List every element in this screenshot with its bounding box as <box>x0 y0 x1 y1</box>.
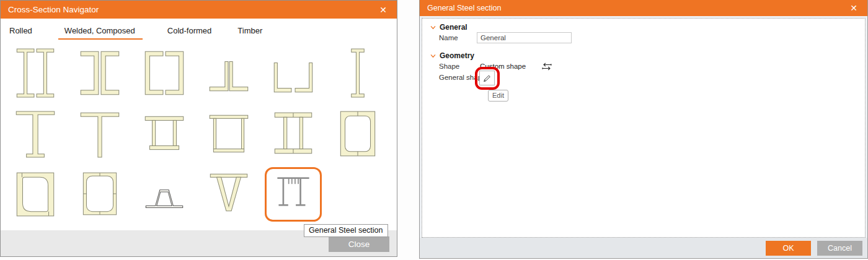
section-box-two-channels[interactable] <box>329 107 386 162</box>
section-i-unequal-flanges[interactable] <box>7 107 64 162</box>
chevron-down-icon <box>430 54 436 58</box>
group-general-label: General <box>440 23 467 32</box>
name-input[interactable] <box>477 32 572 43</box>
cancel-button[interactable]: Cancel <box>817 241 862 256</box>
edit-tooltip: Edit <box>488 90 508 102</box>
navigator-titlebar[interactable]: Cross-Section Navigator ✕ <box>1 1 397 19</box>
properties-title: General Steel section <box>427 4 502 12</box>
section-box-four-angles[interactable] <box>71 167 128 222</box>
section-general-shape[interactable] <box>265 167 322 222</box>
section-angles-u[interactable] <box>265 46 322 100</box>
name-label: Name <box>439 34 458 41</box>
general-steel-section-dialog: General Steel section ✕ General Name Geo… <box>419 0 868 259</box>
tab-rolled[interactable]: Rolled <box>9 25 32 40</box>
section-channels-back-to-back[interactable] <box>71 46 128 100</box>
properties-panel: General Name Geometry Shape Custom shape… <box>422 18 866 238</box>
properties-titlebar[interactable]: General Steel section ✕ <box>420 0 867 16</box>
properties-footer: OK Cancel <box>420 238 867 258</box>
section-box-top-overhang[interactable] <box>200 107 257 162</box>
section-double-web-i[interactable] <box>265 107 322 162</box>
section-hat-profile[interactable] <box>136 167 193 222</box>
section-v-with-top-flange[interactable] <box>200 167 257 222</box>
section-double-i-beam[interactable] <box>7 46 64 100</box>
tab-welded-composed[interactable]: Welded, Composed <box>64 25 135 40</box>
edit-pencil-button[interactable] <box>479 71 495 85</box>
swap-arrows-icon[interactable] <box>542 62 552 73</box>
close-button[interactable]: Close <box>329 236 389 252</box>
section-grid <box>1 39 397 231</box>
tab-cold-formed[interactable]: Cold-formed <box>167 25 212 40</box>
tab-timber[interactable]: Timber <box>237 25 262 40</box>
section-box-two-angles[interactable] <box>7 167 64 222</box>
shape-value: Custom shape <box>480 63 526 70</box>
section-channels-face-to-face[interactable] <box>136 46 193 100</box>
section-angles-tee-down[interactable] <box>200 46 257 100</box>
close-icon[interactable]: ✕ <box>846 2 861 14</box>
group-general[interactable]: General <box>430 23 467 32</box>
section-tooltip: General Steel section <box>304 224 388 237</box>
shape-label: Shape <box>439 63 459 70</box>
cross-section-navigator-dialog: Cross-Section Navigator ✕ RolledWelded, … <box>0 0 397 257</box>
group-geometry[interactable]: Geometry <box>430 51 474 60</box>
tab-bar: RolledWelded, ComposedCold-formedTimber <box>1 19 397 40</box>
section-box-girder-top-plate[interactable] <box>136 107 193 162</box>
navigator-title: Cross-Section Navigator <box>8 5 99 14</box>
chevron-down-icon <box>430 25 436 30</box>
pencil-icon <box>482 74 492 83</box>
section-tee-section[interactable] <box>71 107 128 162</box>
close-icon[interactable]: ✕ <box>376 4 391 16</box>
ok-button[interactable]: OK <box>766 241 811 256</box>
group-geometry-label: Geometry <box>440 51 474 60</box>
section-i-beam[interactable] <box>329 46 386 100</box>
